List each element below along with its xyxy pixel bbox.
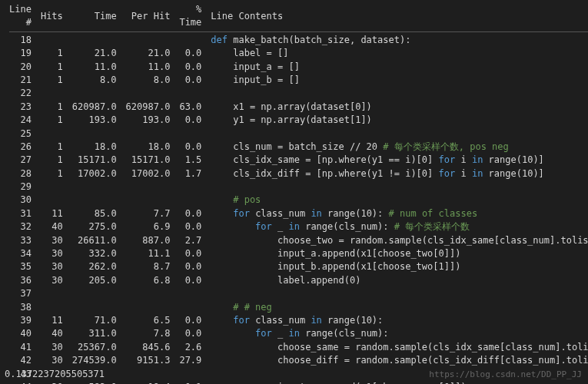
cell: 0.0 <box>174 260 206 273</box>
col-contents: Line Contents <box>206 3 588 31</box>
cell: 845.6 <box>121 341 175 354</box>
cell: 29 <box>5 180 36 194</box>
cell: 15171.0 <box>121 154 175 167</box>
cell: 18.0 <box>68 141 121 154</box>
cell <box>174 287 206 300</box>
code-cell: cls_idx_same = [np.where(y1 == i)[0] for… <box>206 154 588 167</box>
cell <box>174 34 206 47</box>
cell: 37 <box>5 287 36 300</box>
cell <box>68 194 121 207</box>
table-row: 27115171.015171.01.5 cls_idx_same = [np.… <box>5 154 588 167</box>
col-pct-time: % Time <box>174 3 206 31</box>
cell <box>36 301 68 314</box>
code-cell: choose_diff = random.sample(cls_idx_diff… <box>206 354 588 367</box>
code-cell: y1 = np.array(dataset[1]) <box>206 114 588 127</box>
cell: 11.1 <box>121 247 175 260</box>
cell: 31 <box>5 207 36 220</box>
table-row: 30 # pos <box>5 194 588 207</box>
table-row: 3530262.08.70.0 input_b.append(x1[choose… <box>5 260 588 273</box>
code-cell: label = [] <box>206 47 588 60</box>
cell: 1.7 <box>174 167 206 180</box>
cell: 27 <box>5 154 36 167</box>
code-cell: choose_two = random.sample(cls_idx_same[… <box>206 234 588 247</box>
table-row: 28117002.017002.01.7 cls_idx_diff = [np.… <box>5 167 588 180</box>
cell: 42 <box>5 354 36 367</box>
cell: 22 <box>5 87 36 100</box>
cell: 27.9 <box>174 354 206 367</box>
table-row: 18def make_batch(batch_size, dataset): <box>5 34 588 47</box>
table-row: 241193.0193.00.0 y1 = np.array(dataset[1… <box>5 114 588 127</box>
cell: 30 <box>36 260 68 273</box>
profile-table: Line # Hits Time Per Hit % Time Line Con… <box>5 3 588 384</box>
cell <box>36 287 68 300</box>
table-row: 19121.021.00.0 label = [] <box>5 47 588 60</box>
cell: 1 <box>36 101 68 114</box>
code-cell: input_b = [] <box>206 74 588 87</box>
code-cell: choose_same = random.sample(cls_idx_same… <box>206 341 588 354</box>
cell <box>121 127 175 141</box>
code-cell: cls_idx_diff = [np.where(y1 != i)[0] for… <box>206 167 588 180</box>
cell <box>174 180 206 194</box>
table-row: 4430583.019.40.1 input_a.append(x1[choos… <box>5 381 588 384</box>
cell: 71.0 <box>68 314 121 327</box>
cell: 19.4 <box>121 381 175 384</box>
cell: 17002.0 <box>68 167 121 180</box>
cell: 6.8 <box>121 274 175 287</box>
code-cell: for _ in range(cls_num): # 每个类采样个数 <box>206 220 588 233</box>
cell <box>68 287 121 300</box>
cell: 0.0 <box>174 327 206 340</box>
cell <box>68 127 121 141</box>
cell: 23 <box>5 101 36 114</box>
cell: 9151.3 <box>121 354 175 367</box>
cell: 1.5 <box>174 154 206 167</box>
cell: 0.0 <box>174 220 206 233</box>
cell: 193.0 <box>121 114 175 127</box>
cell: 36 <box>5 274 36 287</box>
table-row: 311185.07.70.0 for class_num in range(10… <box>5 207 588 220</box>
cell <box>174 301 206 314</box>
cell <box>174 368 206 381</box>
cell: 21.0 <box>68 47 121 60</box>
cell: 1 <box>36 141 68 154</box>
cell: 26 <box>5 141 36 154</box>
cell: 8.7 <box>121 260 175 273</box>
cell: 30 <box>5 194 36 207</box>
cell: 6.9 <box>121 220 175 233</box>
cell: 18.0 <box>121 141 175 154</box>
code-cell: # # neg <box>206 301 588 314</box>
table-row: 231620987.0620987.063.0 x1 = np.array(da… <box>5 101 588 114</box>
cell: 1 <box>36 74 68 87</box>
table-row: 4230274539.09151.327.9 choose_diff = ran… <box>5 354 588 367</box>
cell: 21.0 <box>121 47 175 60</box>
cell: 32 <box>5 220 36 233</box>
cell <box>36 194 68 207</box>
cell <box>121 87 175 100</box>
code-cell: def make_batch(batch_size, dataset): <box>206 34 588 47</box>
cell: 8.0 <box>121 74 175 87</box>
col-line: Line # <box>5 3 36 31</box>
table-row: 38 # # neg <box>5 301 588 314</box>
cell: 11.0 <box>121 61 175 74</box>
cell: 30 <box>36 381 68 384</box>
code-cell: cls_num = batch_size // 20 # 每个类采样个数, po… <box>206 141 588 154</box>
cell: 6.5 <box>121 314 175 327</box>
cell <box>36 180 68 194</box>
cell: 620987.0 <box>121 101 175 114</box>
cell: 1 <box>36 154 68 167</box>
cell: 21 <box>5 74 36 87</box>
cell <box>36 87 68 100</box>
code-cell: for class_num in range(10): # num of cla… <box>206 207 588 220</box>
cell: 26611.0 <box>68 234 121 247</box>
cell: 0.0 <box>174 47 206 60</box>
table-row: 391171.06.50.0 for class_num in range(10… <box>5 314 588 327</box>
table-row: 2118.08.00.0 input_b = [] <box>5 74 588 87</box>
cell: 887.0 <box>121 234 175 247</box>
cell <box>68 180 121 194</box>
code-cell: # pos <box>206 194 588 207</box>
table-row: 37 <box>5 287 588 300</box>
cell <box>121 194 175 207</box>
cell <box>121 301 175 314</box>
cell: 15171.0 <box>68 154 121 167</box>
code-cell: input_a.append(x1[choose_two[0]]) <box>206 247 588 260</box>
col-per-hit: Per Hit <box>121 3 175 31</box>
